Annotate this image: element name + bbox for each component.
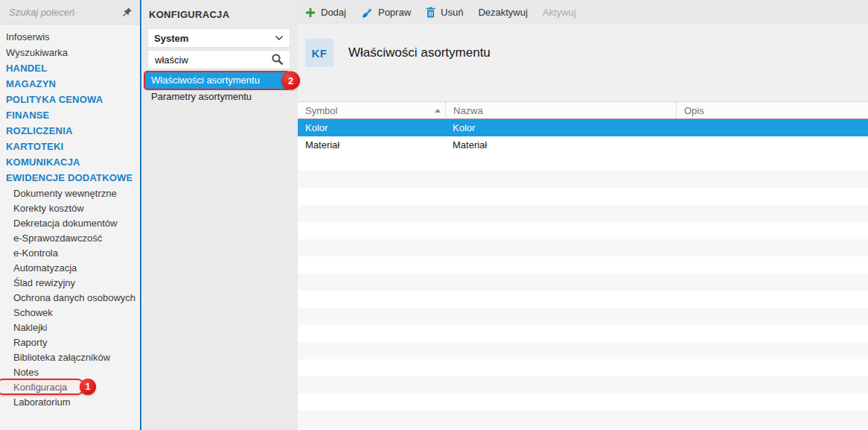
- table-row[interactable]: Kolor Kolor: [298, 119, 868, 136]
- edit-button-label: Popraw: [378, 7, 411, 18]
- search-icon[interactable]: [271, 53, 284, 66]
- sidebar-item[interactable]: Raporty: [0, 335, 140, 350]
- sidebar-item-label: MAGAZYN: [6, 78, 56, 89]
- sidebar-item-label: KARTOTEKI: [6, 141, 63, 152]
- sidebar-item[interactable]: e-Sprawozdawczość: [0, 230, 140, 245]
- sidebar-menu: Infoserwis Wyszukiwarka HANDEL MAGAZYN P…: [0, 25, 140, 409]
- sidebar-item[interactable]: Ślad rewizyjny: [0, 275, 140, 290]
- sidebar-item[interactable]: Ochrona danych osobowych: [0, 290, 140, 305]
- cell-symbol: Materiał: [298, 139, 445, 151]
- sidebar-item[interactable]: POLITYKA CENOWA: [0, 92, 140, 107]
- delete-button-label: Usuń: [441, 7, 463, 18]
- table-column-header[interactable]: Symbol: [298, 102, 445, 118]
- deactivate-button-label: Dezaktywuj: [478, 7, 527, 18]
- sort-asc-icon: [435, 109, 441, 113]
- table-empty-area: [298, 154, 868, 430]
- chevron-down-icon: [275, 35, 284, 41]
- table-header-row: Symbol Nazwa Opis: [298, 101, 868, 119]
- dropdown-value: System: [154, 33, 275, 44]
- edit-button[interactable]: Popraw: [361, 7, 411, 18]
- sidebar-item-label: ROZLICZENIA: [6, 125, 73, 136]
- sidebar-item[interactable]: HANDEL: [0, 60, 140, 76]
- column-label: Symbol: [305, 105, 435, 116]
- sidebar-item[interactable]: Dokumenty wewnętrzne: [0, 186, 140, 200]
- sidebar-item[interactable]: KARTOTEKI: [0, 139, 140, 154]
- sidebar-item-label: FINANSE: [6, 110, 49, 121]
- sidebar-item-label: EWIDENCJE DODATKOWE: [6, 172, 133, 183]
- sidebar-item[interactable]: KOMUNIKACJA: [0, 154, 140, 170]
- sidebar-item-label: Naklejki: [13, 322, 48, 333]
- page-title: Właściwości asortymentu: [348, 45, 491, 60]
- main-content: Dodaj Popraw Usu: [298, 0, 868, 430]
- sidebar-item-label: Biblioteka załączników: [13, 352, 110, 363]
- sidebar-item[interactable]: Naklejki: [0, 320, 140, 335]
- column-label: Opis: [684, 105, 868, 116]
- sidebar-item-label: POLITYKA CENOWA: [6, 94, 103, 105]
- sidebar-item-label: Wyszukiwarka: [6, 47, 68, 58]
- sidebar-item[interactable]: Konfiguracja 1: [0, 379, 140, 394]
- add-button-label: Dodaj: [321, 7, 346, 18]
- sidebar: Infoserwis Wyszukiwarka HANDEL MAGAZYN P…: [0, 0, 141, 430]
- sidebar-item-label: Notes: [13, 367, 39, 378]
- sidebar-item-label: KOMUNIKACJA: [6, 156, 80, 168]
- sidebar-item[interactable]: EWIDENCJE DODATKOWE: [0, 170, 140, 186]
- panel-list-item[interactable]: Parametry asortymentu: [144, 89, 290, 105]
- sidebar-item[interactable]: Wyszukiwarka: [0, 45, 140, 60]
- sidebar-item-label: Ślad rewizyjny: [13, 277, 75, 288]
- cell-symbol: Kolor: [298, 122, 445, 133]
- sidebar-item-label: Dokumenty wewnętrzne: [13, 188, 117, 199]
- sidebar-item[interactable]: Schowek: [0, 305, 140, 320]
- command-search-bar: [0, 0, 140, 25]
- sidebar-item-label: Automatyzacja: [13, 262, 77, 274]
- sidebar-item[interactable]: Biblioteka załączników: [0, 350, 140, 364]
- sidebar-item[interactable]: Laboratorium: [0, 394, 140, 409]
- sidebar-item[interactable]: Dekretacja dokumentów: [0, 215, 140, 230]
- panel-search-input[interactable]: [153, 54, 271, 66]
- sidebar-item-label: e-Sprawozdawczość: [13, 233, 102, 244]
- activate-button: Aktywuj: [543, 7, 576, 18]
- table-column-header[interactable]: Opis: [676, 102, 868, 118]
- sidebar-item-label: Laboratorium: [13, 396, 71, 408]
- panel-title: KONFIGURACJA: [143, 0, 298, 28]
- activate-button-label: Aktywuj: [543, 7, 576, 18]
- column-label: Nazwa: [453, 105, 676, 116]
- category-dropdown[interactable]: System: [147, 28, 290, 48]
- plus-icon: [305, 7, 316, 18]
- module-badge: KF: [305, 39, 334, 67]
- sidebar-item-label: Infoserwis: [6, 31, 50, 42]
- toolbar: Dodaj Popraw Usu: [298, 0, 868, 25]
- add-button[interactable]: Dodaj: [305, 7, 346, 18]
- table-column-header[interactable]: Nazwa: [445, 102, 676, 118]
- configuration-panel: KONFIGURACJA System Właściwości asortyme…: [143, 0, 298, 430]
- sidebar-item-label: HANDEL: [6, 63, 47, 74]
- sidebar-item[interactable]: ROZLICZENIA: [0, 123, 140, 139]
- panel-item-label: Parametry asortymentu: [151, 91, 252, 102]
- sidebar-item[interactable]: e-Kontrola: [0, 245, 140, 260]
- sidebar-item-label: Konfiguracja: [13, 382, 67, 393]
- sidebar-item-label: e-Kontrola: [13, 247, 58, 259]
- sidebar-item-label: Korekty kosztów: [13, 203, 84, 214]
- sidebar-item[interactable]: Automatyzacja: [0, 260, 140, 275]
- cell-nazwa: Materiał: [445, 139, 676, 151]
- pin-icon[interactable]: [122, 7, 133, 17]
- command-search-input[interactable]: [7, 6, 118, 19]
- sidebar-item[interactable]: Korekty kosztów: [0, 200, 140, 215]
- panel-result-list: Właściwości asortymentu 2 Parametry asor…: [144, 72, 290, 105]
- properties-table: Symbol Nazwa Opis Kolor Kolor Materiał M…: [298, 101, 868, 430]
- sidebar-item[interactable]: Notes: [0, 364, 140, 379]
- sidebar-item-label: Schowek: [13, 307, 53, 318]
- sidebar-item[interactable]: FINANSE: [0, 107, 140, 123]
- panel-item-label: Właściwości asortymentu: [151, 75, 260, 86]
- table-row[interactable]: Materiał Materiał: [298, 136, 868, 154]
- sidebar-item[interactable]: Infoserwis: [0, 29, 140, 45]
- panel-search-bar: [147, 50, 290, 69]
- panel-list-item[interactable]: Właściwości asortymentu 2: [144, 72, 290, 89]
- deactivate-button[interactable]: Dezaktywuj: [478, 7, 527, 18]
- delete-button[interactable]: Usuń: [426, 7, 463, 18]
- cell-nazwa: Kolor: [445, 122, 676, 133]
- sidebar-item-label: Raporty: [13, 337, 48, 348]
- sidebar-item-label: Dekretacja dokumentów: [13, 218, 117, 229]
- sidebar-item[interactable]: MAGAZYN: [0, 76, 140, 92]
- sidebar-item-label: Ochrona danych osobowych: [13, 292, 135, 303]
- brush-icon: [361, 7, 373, 18]
